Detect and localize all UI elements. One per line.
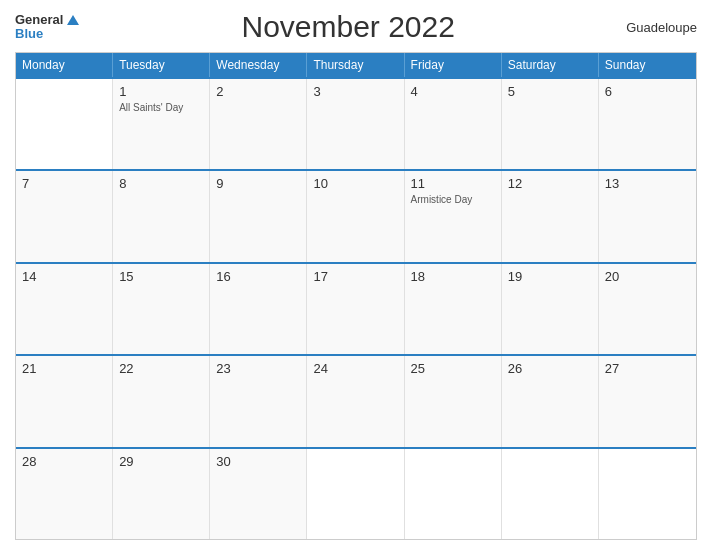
cell-day-number: 17 bbox=[313, 269, 397, 284]
cell-w3-d6: 19 bbox=[502, 264, 599, 354]
cell-w2-d6: 12 bbox=[502, 171, 599, 261]
cell-w3-d1: 14 bbox=[16, 264, 113, 354]
cell-w4-d1: 21 bbox=[16, 356, 113, 446]
cell-day-number: 27 bbox=[605, 361, 690, 376]
cell-w5-d5 bbox=[405, 449, 502, 539]
cell-day-number: 16 bbox=[216, 269, 300, 284]
days-header: Monday Tuesday Wednesday Thursday Friday… bbox=[16, 53, 696, 77]
cell-w4-d4: 24 bbox=[307, 356, 404, 446]
cell-w4-d2: 22 bbox=[113, 356, 210, 446]
cell-day-number: 11 bbox=[411, 176, 495, 191]
cell-day-number: 2 bbox=[216, 84, 300, 99]
cell-event-label: Armistice Day bbox=[411, 193, 495, 206]
cell-w5-d3: 30 bbox=[210, 449, 307, 539]
cell-day-number: 18 bbox=[411, 269, 495, 284]
cell-w1-d7: 6 bbox=[599, 79, 696, 169]
cell-w1-d1 bbox=[16, 79, 113, 169]
header: General Blue November 2022 Guadeloupe bbox=[15, 10, 697, 44]
logo: General Blue bbox=[15, 13, 79, 42]
col-monday: Monday bbox=[16, 53, 113, 77]
cell-w2-d1: 7 bbox=[16, 171, 113, 261]
cell-day-number: 26 bbox=[508, 361, 592, 376]
cell-w5-d6 bbox=[502, 449, 599, 539]
cell-w2-d2: 8 bbox=[113, 171, 210, 261]
cell-day-number: 15 bbox=[119, 269, 203, 284]
logo-general-text: General bbox=[15, 13, 79, 27]
col-wednesday: Wednesday bbox=[210, 53, 307, 77]
cell-day-number: 1 bbox=[119, 84, 203, 99]
cell-day-number: 13 bbox=[605, 176, 690, 191]
col-saturday: Saturday bbox=[502, 53, 599, 77]
cell-w3-d5: 18 bbox=[405, 264, 502, 354]
cell-day-number: 4 bbox=[411, 84, 495, 99]
calendar-grid: Monday Tuesday Wednesday Thursday Friday… bbox=[15, 52, 697, 540]
cell-w1-d3: 2 bbox=[210, 79, 307, 169]
cell-w4-d7: 27 bbox=[599, 356, 696, 446]
cell-day-number: 21 bbox=[22, 361, 106, 376]
cell-day-number: 5 bbox=[508, 84, 592, 99]
cell-day-number: 7 bbox=[22, 176, 106, 191]
col-tuesday: Tuesday bbox=[113, 53, 210, 77]
calendar-page: General Blue November 2022 Guadeloupe Mo… bbox=[0, 0, 712, 550]
calendar-title: November 2022 bbox=[79, 10, 617, 44]
cell-w5-d7 bbox=[599, 449, 696, 539]
cell-day-number: 24 bbox=[313, 361, 397, 376]
cell-w1-d4: 3 bbox=[307, 79, 404, 169]
col-friday: Friday bbox=[405, 53, 502, 77]
cell-day-number: 8 bbox=[119, 176, 203, 191]
week-row-3: 14151617181920 bbox=[16, 262, 696, 354]
cell-day-number: 30 bbox=[216, 454, 300, 469]
logo-blue-text: Blue bbox=[15, 27, 79, 41]
cell-day-number: 3 bbox=[313, 84, 397, 99]
logo-triangle-icon bbox=[67, 15, 79, 25]
cell-day-number: 14 bbox=[22, 269, 106, 284]
weeks-container: 1All Saints' Day234567891011Armistice Da… bbox=[16, 77, 696, 539]
week-row-1: 1All Saints' Day23456 bbox=[16, 77, 696, 169]
cell-w5-d1: 28 bbox=[16, 449, 113, 539]
cell-w2-d7: 13 bbox=[599, 171, 696, 261]
cell-w5-d2: 29 bbox=[113, 449, 210, 539]
cell-w1-d6: 5 bbox=[502, 79, 599, 169]
cell-w1-d5: 4 bbox=[405, 79, 502, 169]
cell-w3-d7: 20 bbox=[599, 264, 696, 354]
week-row-5: 282930 bbox=[16, 447, 696, 539]
cell-w2-d4: 10 bbox=[307, 171, 404, 261]
cell-w4-d6: 26 bbox=[502, 356, 599, 446]
cell-day-number: 10 bbox=[313, 176, 397, 191]
cell-day-number: 28 bbox=[22, 454, 106, 469]
cell-event-label: All Saints' Day bbox=[119, 101, 203, 114]
cell-w4-d3: 23 bbox=[210, 356, 307, 446]
col-sunday: Sunday bbox=[599, 53, 696, 77]
cell-day-number: 29 bbox=[119, 454, 203, 469]
cell-day-number: 20 bbox=[605, 269, 690, 284]
cell-w2-d5: 11Armistice Day bbox=[405, 171, 502, 261]
cell-day-number: 19 bbox=[508, 269, 592, 284]
cell-w1-d2: 1All Saints' Day bbox=[113, 79, 210, 169]
week-row-2: 7891011Armistice Day1213 bbox=[16, 169, 696, 261]
cell-day-number: 12 bbox=[508, 176, 592, 191]
cell-w5-d4 bbox=[307, 449, 404, 539]
cell-day-number: 22 bbox=[119, 361, 203, 376]
cell-w2-d3: 9 bbox=[210, 171, 307, 261]
cell-w3-d3: 16 bbox=[210, 264, 307, 354]
cell-w3-d4: 17 bbox=[307, 264, 404, 354]
cell-w4-d5: 25 bbox=[405, 356, 502, 446]
cell-w3-d2: 15 bbox=[113, 264, 210, 354]
cell-day-number: 25 bbox=[411, 361, 495, 376]
cell-day-number: 6 bbox=[605, 84, 690, 99]
country-label: Guadeloupe bbox=[617, 20, 697, 35]
cell-day-number: 9 bbox=[216, 176, 300, 191]
cell-day-number: 23 bbox=[216, 361, 300, 376]
col-thursday: Thursday bbox=[307, 53, 404, 77]
week-row-4: 21222324252627 bbox=[16, 354, 696, 446]
